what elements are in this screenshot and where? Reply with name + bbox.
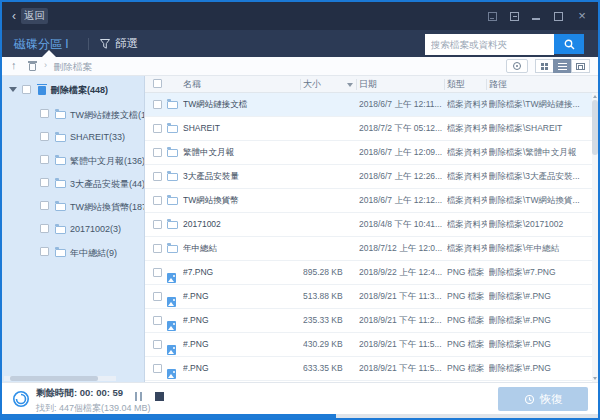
grid-view-button[interactable] [535,59,554,73]
table-row[interactable]: #.PNG430.29 KB2018/9/21 下午 11:5...PNG 檔案… [145,333,592,357]
list-view-icon [558,63,567,70]
image-file-icon [167,273,176,283]
cell-name: 3大產品安裝量 [183,165,299,188]
row-checkbox[interactable] [153,316,162,325]
cell-name: #.PNG [183,285,299,308]
search-button[interactable] [554,34,584,54]
table-row[interactable]: #.PNG235.33 KB2018/9/21 下午 11:2...PNG 檔案… [145,309,592,333]
item-checkbox[interactable] [40,224,49,233]
row-checkbox[interactable] [153,196,162,205]
select-all-checkbox[interactable] [153,79,162,88]
close-icon[interactable]: × [576,9,588,23]
recover-button[interactable]: 恢復 [498,387,588,411]
row-checkbox[interactable] [153,124,162,133]
header-name[interactable]: 名稱 [183,76,299,92]
grid-view-icon [541,63,548,70]
header-type[interactable]: 類型 [447,76,487,92]
cell-name: 繁體中文月報 [183,141,299,164]
list-view-button[interactable] [553,59,572,73]
cell-date: 2018/6/7 上午 12:09... [359,141,445,164]
folder-tree-sidebar: 刪除檔案(448) TW網站鏈接文檔(1) SHAREIT(33) 繁體中文月報… [2,76,145,382]
tree-item[interactable]: TW網站鏈接文檔(1) [2,104,144,127]
item-checkbox[interactable] [40,132,49,141]
tree-item[interactable]: TW網站換貨幣(187) [2,196,144,219]
tree-item[interactable]: 3大產品安裝量(44) [2,173,144,196]
scroll-down-icon[interactable] [593,377,597,380]
filter-button[interactable]: 篩選 [100,36,138,51]
tree-item[interactable]: 20171002(3) [2,219,144,242]
window-controls: × [488,2,588,30]
search-input[interactable] [425,35,554,55]
maximize-icon[interactable] [554,12,563,21]
pause-icon[interactable] [135,392,143,401]
remaining-time-label: 剩餘時間: 00: 00: 59 [36,387,151,400]
tree-item-label: SHAREIT(33) [70,132,125,142]
row-checkbox[interactable] [153,292,162,301]
cell-name: #.PNG [183,309,299,332]
cell-size: 430.29 KB [303,333,355,356]
menu-icon[interactable] [510,12,519,21]
table-row[interactable]: TW網站鏈接文檔2018/6/7 上午 12:11...檔案資料夾刪除檔案\TW… [145,93,592,117]
feedback-icon[interactable] [488,12,497,21]
column-divider [300,79,301,90]
tree-item[interactable]: SHAREIT(33) [2,127,144,150]
row-checkbox[interactable] [153,172,162,181]
tree-item[interactable]: 繁體中文月報(136) [2,150,144,173]
root-checkbox[interactable] [22,85,31,94]
row-checkbox[interactable] [153,244,162,253]
horizontal-scrollbar[interactable] [4,376,116,381]
table-row[interactable]: 繁體中文月報2018/6/7 上午 12:09...檔案資料夾刪除檔案\繁體中文… [145,141,592,165]
cell-date: 2018/9/21 下午 11:2... [359,309,445,332]
table-row[interactable]: 3大產品安裝量2018/6/7 上午 12:26...檔案資料夾刪除檔案\3大產… [145,165,592,189]
table-row[interactable]: TW網站換貨幣2018/6/7 上午 12:12...檔案資料夾刪除檔案\TW網… [145,189,592,213]
cell-name: TW網站鏈接文檔 [183,93,299,116]
sort-caret-icon[interactable] [347,83,353,87]
cell-type: PNG 檔案 [447,357,487,380]
tree-item[interactable]: 年中總結(9) [2,242,144,265]
scrollbar-thumb[interactable] [10,376,98,381]
tree-root-deleted-files[interactable]: 刪除檔案(448) [2,81,144,99]
stop-icon[interactable] [155,392,164,401]
locate-button[interactable] [506,59,528,73]
folder-icon [167,197,178,205]
item-checkbox[interactable] [40,109,49,118]
row-checkbox[interactable] [153,364,162,373]
cell-date: 2018/9/21 下午 11:5... [359,333,445,356]
scanning-spinner-icon [12,390,30,408]
cell-path: 刪除檔案\#.PNG [489,333,591,356]
row-checkbox[interactable] [153,148,162,157]
item-checkbox[interactable] [40,155,49,164]
header-path[interactable]: 路徑 [489,76,591,92]
vertical-scrollbar[interactable] [592,93,598,382]
item-checkbox[interactable] [40,201,49,210]
cell-type: PNG 檔案 [447,333,487,356]
cell-type: 檔案資料夾 [447,213,487,236]
table-row[interactable]: #7.PNG895.28 KB2018/9/22 上午 12:4...PNG 檔… [145,261,592,285]
table-row[interactable]: 年中總結2018/7/12 上午 12:0...檔案資料夾刪除檔案\年中總結 [145,237,592,261]
table-row[interactable]: 201710022018/4/8 下午 10:41...檔案資料夾刪除檔案\20… [145,213,592,237]
collapse-chevron-icon[interactable] [9,87,17,92]
deleted-files-icon[interactable] [29,63,36,71]
preview-view-button[interactable] [571,59,590,73]
item-checkbox[interactable] [40,247,49,256]
scrollbar-thumb[interactable] [592,100,598,155]
cell-date: 2018/9/21 下午 11:5... [359,357,445,380]
table-row[interactable]: #.PNG633.35 KB2018/9/21 下午 11:5...PNG 檔案… [145,357,592,381]
row-checkbox[interactable] [153,340,162,349]
row-checkbox[interactable] [153,100,162,109]
row-checkbox[interactable] [153,220,162,229]
folder-icon [167,221,178,229]
header-date[interactable]: 日期 [359,76,445,92]
folder-icon [55,157,66,165]
item-checkbox[interactable] [40,178,49,187]
scroll-up-icon[interactable] [593,95,597,98]
table-row[interactable]: #.PNG513.88 KB2018/9/21 下午 11:3...PNG 檔案… [145,285,592,309]
cell-size [303,141,355,164]
back-label: 返回 [21,8,48,24]
cell-path: 刪除檔案\TW網站鏈接... [489,93,591,116]
minimize-icon[interactable] [532,12,541,21]
row-checkbox[interactable] [153,268,162,277]
table-row[interactable]: SHAREIT2018/7/2 下午 05:12...檔案資料夾刪除檔案\SHA… [145,117,592,141]
up-level-icon[interactable]: ↑ [11,59,17,71]
back-button[interactable]: ‹ 返回 [12,8,48,24]
